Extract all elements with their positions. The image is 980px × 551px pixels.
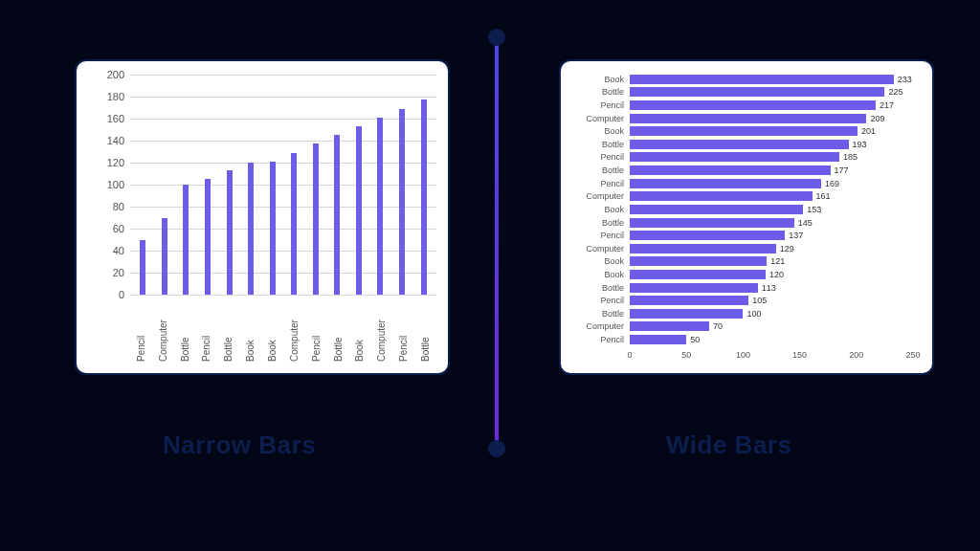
x-tick-label: 200 (849, 350, 863, 360)
x-tick-label: Book (245, 298, 256, 362)
y-tick-label: Computer (586, 114, 630, 123)
bar-value-label: 169 (825, 179, 839, 188)
bar-value-label: 161 (816, 191, 831, 201)
x-tick-label: 0 (627, 350, 632, 360)
bars-container (130, 75, 436, 295)
y-tick-label: Computer (586, 321, 630, 331)
y-tick-label: 160 (94, 113, 124, 124)
y-tick-label: Bottle (602, 218, 630, 228)
bar (630, 140, 849, 149)
x-tick-label: Pencil (201, 298, 212, 362)
bar-row: Bottle193 (630, 140, 913, 149)
x-tick-label: Bottle (420, 298, 431, 362)
bar-value-label: 153 (807, 205, 821, 214)
x-axis: 050100150200250 (630, 350, 913, 365)
x-tick-label: Pencil (136, 298, 146, 362)
bar (630, 114, 866, 123)
bar-value-label: 185 (843, 152, 858, 162)
vertical-divider (495, 36, 499, 450)
y-tick-label: Bottle (602, 283, 630, 293)
bar (334, 135, 340, 295)
x-tick-label: Bottle (180, 298, 190, 362)
bar (630, 270, 766, 279)
bar (183, 185, 189, 295)
y-tick-label: 200 (94, 69, 124, 80)
x-tick-label: 100 (736, 350, 750, 360)
y-tick-label: Book (604, 126, 630, 136)
bar-value-label: 129 (780, 244, 794, 253)
bar (630, 100, 876, 110)
y-tick-label: Pencil (600, 100, 630, 110)
wide-bars-chart: Book233Bottle225Pencil217Computer209Book… (630, 73, 913, 346)
x-tick-label: 250 (905, 350, 920, 360)
bar-value-label: 217 (880, 100, 894, 110)
y-tick-label: Pencil (600, 231, 630, 240)
bar (205, 179, 211, 295)
y-tick-label: Pencil (600, 335, 630, 344)
y-tick-label: 120 (94, 157, 124, 168)
gridline (130, 295, 436, 296)
x-tick-label: Bottle (223, 298, 234, 362)
y-tick-label: 140 (94, 135, 124, 146)
wide-bars-panel: Book233Bottle225Pencil217Computer209Book… (559, 59, 934, 375)
bar-row: Pencil137 (630, 231, 913, 240)
bar (630, 283, 758, 293)
bar (630, 87, 884, 97)
bar (227, 170, 233, 295)
bar-row: Bottle100 (630, 309, 913, 319)
y-tick-label: Computer (586, 191, 630, 201)
bar-value-label: 100 (746, 309, 761, 319)
bar (630, 335, 686, 344)
x-labels: PencilComputerBottlePencilBottleBookBook… (130, 298, 436, 362)
x-tick-label: 150 (792, 350, 807, 360)
bar-row: Pencil169 (630, 179, 913, 188)
bar-value-label: 209 (870, 114, 884, 123)
bar (630, 152, 839, 162)
bar (399, 109, 405, 295)
bar-value-label: 137 (789, 231, 803, 240)
bar-row: Pencil50 (630, 335, 913, 344)
bar-row: Bottle113 (630, 283, 913, 293)
y-tick-label: Pencil (600, 152, 630, 162)
bar-row: Bottle225 (630, 87, 913, 97)
bar-row: Pencil185 (630, 152, 913, 162)
bar-row: Book201 (630, 126, 913, 136)
x-tick-label: 50 (681, 350, 691, 360)
y-tick-label: 180 (94, 91, 124, 102)
bar-value-label: 193 (853, 140, 867, 149)
bar-row: Bottle177 (630, 165, 913, 175)
bar (162, 218, 167, 296)
bar (630, 244, 776, 253)
divider-dot-top (488, 29, 505, 46)
y-tick-label: 100 (94, 179, 124, 190)
bar (291, 153, 297, 295)
bar-value-label: 177 (835, 165, 849, 175)
bar-value-label: 145 (798, 218, 813, 228)
y-tick-label: Computer (586, 244, 630, 253)
bar-row: Book153 (630, 205, 913, 214)
bar (630, 179, 821, 188)
rows-container: Book233Bottle225Pencil217Computer209Book… (630, 73, 913, 346)
bar-row: Computer209 (630, 114, 913, 123)
bar-row: Computer70 (630, 321, 913, 331)
bar-row: Pencil105 (630, 296, 913, 305)
y-tick-label: Book (604, 256, 630, 266)
bar (630, 231, 785, 240)
bar (421, 99, 427, 295)
bar-row: Book233 (630, 75, 913, 84)
y-tick-label: Book (604, 270, 630, 279)
bar (630, 165, 831, 175)
bar (356, 126, 362, 295)
x-tick-label: Pencil (311, 298, 322, 362)
y-tick-label: 60 (94, 223, 124, 234)
bar-value-label: 113 (762, 283, 776, 293)
bar (630, 126, 858, 136)
bar-value-label: 50 (690, 335, 700, 344)
narrow-bars-panel: 020406080100120140160180200PencilCompute… (75, 59, 450, 375)
bar-value-label: 105 (752, 296, 767, 305)
bar-value-label: 233 (898, 75, 912, 84)
bar-value-label: 120 (769, 270, 784, 279)
bar (630, 309, 743, 319)
x-tick-label: Book (267, 298, 278, 362)
bar (377, 118, 383, 295)
